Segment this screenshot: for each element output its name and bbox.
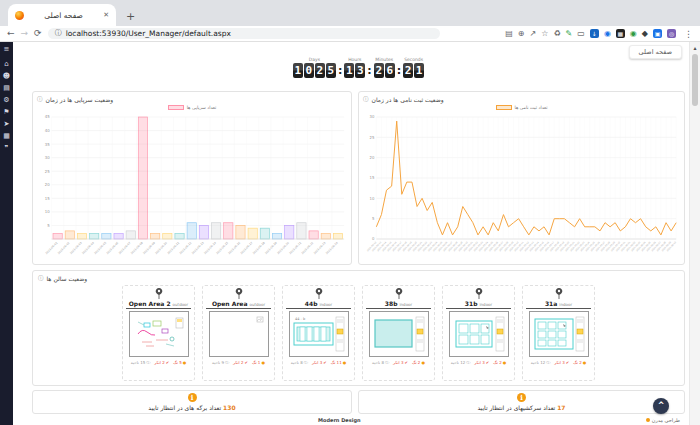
address-bar[interactable]: ⓘ localhost:53930/User_Manager/default.a… — [48, 28, 440, 39]
download-manager-icon[interactable]: ↓ — [590, 29, 599, 38]
halls-title: وضعیت سالن ها — [47, 275, 88, 282]
webcam-extension-icon[interactable]: ◎ — [667, 29, 676, 38]
page: ≡⌂☻▤⚙⚑➤▦❞ صفحه اصلی Days1025:Hours13:Min… — [0, 42, 700, 425]
new-tab-button[interactable]: + — [126, 11, 135, 22]
scroll-to-top-button[interactable]: ^ — [653, 398, 669, 414]
translate-icon[interactable]: ▤ — [505, 29, 513, 38]
share-icon[interactable]: ↗ — [530, 29, 537, 38]
bar-chart: 510152025303540452021-06-012021-06-02202… — [37, 111, 347, 261]
browser-menu-button[interactable]: ⋮ — [684, 29, 693, 39]
clock-digit: 2 — [374, 63, 384, 78]
hall-card-title: 38b indoor — [385, 300, 412, 307]
puzzle-extension-icon[interactable]: ◆ — [642, 29, 648, 38]
clock-digits: 13 — [344, 63, 365, 78]
back-button[interactable]: ← — [7, 29, 15, 38]
hall-stat-text: 12 ناحیه — [531, 360, 546, 365]
scrollbar-thumb[interactable] — [692, 54, 698, 106]
hall-stat-icon: ✔ — [166, 360, 169, 365]
sidebar-item-announcements-icon[interactable]: ➤ — [4, 121, 10, 128]
bookmark-star-icon[interactable]: ☆ — [541, 29, 548, 38]
hall-card-31a[interactable]: 31a indoor ● 2 تگ ✔ 3 انکر ⓘ 12 ناحیه — [522, 285, 595, 381]
hall-stat-icon: ⓘ — [146, 360, 150, 365]
line-chart-panel: وضعیت ثبت نامی ها در زمان ⓘ تعداد ثبت نا… — [358, 91, 685, 265]
hall-stats-row: ● 5 تگ ✔ 2 انکر ⓘ 15 ناحیه — [131, 360, 186, 365]
info-icon[interactable]: ⓘ — [38, 275, 44, 282]
pending-row: i 130 تعداد برگه های در انتظار تایید i 1… — [32, 390, 685, 414]
clock-digit: 1 — [414, 63, 424, 78]
svg-text:44 - b: 44 - b — [295, 317, 306, 321]
sidebar-item-home-icon[interactable]: ⌂ — [4, 61, 8, 68]
hall-name: Open Area — [212, 300, 248, 307]
hall-stat-icon: ⓘ — [225, 360, 229, 365]
hall-floorplan-thumbnail[interactable]: 44 - b — [289, 311, 349, 357]
scrollbar-up-arrow-icon[interactable]: ▴ — [690, 44, 700, 51]
zoom-icon[interactable]: ⊕ — [518, 29, 525, 38]
hall-floorplan-thumbnail[interactable] — [129, 311, 189, 357]
hall-floorplan-thumbnail[interactable] — [369, 311, 429, 357]
hall-card-title: 44b indoor — [305, 300, 332, 307]
hall-stat: ● 2 تگ — [573, 360, 586, 365]
hall-stat-icon: ⓘ — [304, 360, 308, 365]
sidebar-item-documents-icon[interactable]: ▤ — [3, 85, 10, 92]
recycle-extension-icon[interactable]: ♻ — [553, 29, 560, 38]
hall-card-divider — [526, 308, 591, 309]
hall-stat-text: 9 ناحیه — [212, 360, 224, 365]
info-icon[interactable]: ⓘ — [363, 96, 369, 103]
hall-card-31b[interactable]: 31b indoor ● 2 تگ ✔ 3 انکر ⓘ 12 ناحیه — [442, 285, 515, 381]
globe-extension-icon[interactable]: ◉ — [630, 29, 637, 38]
site-favicon-icon — [15, 11, 24, 20]
keyboard-extension-icon[interactable]: ▦ — [616, 29, 625, 38]
bar-chart-title: وضعیت سرپایی ها در زمان — [46, 96, 114, 103]
pending-sheets-label: تعداد برگه های در انتظار تایید — [148, 404, 221, 411]
bar-chart-legend: تعداد سرپایی ها — [37, 104, 347, 111]
pending-sheets-text: 130 تعداد برگه های در انتظار تایید — [148, 404, 235, 411]
pending-visits-value: 17 — [557, 404, 565, 411]
clock-colon: : — [338, 64, 342, 78]
person-pin-extension-icon[interactable]: ◉ — [604, 29, 611, 38]
hall-stat: ✔ 3 انکر — [474, 360, 489, 365]
page-info-icon[interactable]: ⓘ — [55, 30, 62, 37]
browser-toolbar: ← → ⟳ ⓘ localhost:53930/User_Manager/def… — [0, 26, 700, 42]
hall-location-tag: outdoor — [249, 302, 265, 307]
hall-card-divider — [126, 308, 191, 309]
hall-card-open-area-2[interactable]: Open Area 2 outdoor ● 5 تگ ✔ 2 انکر ⓘ 15… — [122, 285, 195, 381]
hall-stat-icon: ● — [261, 360, 265, 365]
hall-stat-icon: ⓘ — [385, 360, 389, 365]
hall-card-44b[interactable]: 44b indoor 44 - b ● 11 تگ ✔ 3 انکر ⓘ 8 ن… — [282, 285, 355, 381]
sidebar-item-reports-icon[interactable]: ⚑ — [3, 109, 9, 116]
laptop-extension-icon[interactable]: ▭ — [577, 29, 585, 38]
hall-card-open-area[interactable]: Open Area outdoor ● 1 تگ ✔ 2 انکر ⓘ 9 نا… — [202, 285, 275, 381]
forward-button[interactable]: → — [21, 29, 29, 38]
pending-visits-text: 17 تعداد سرکشیهای در انتظار تایید — [477, 404, 565, 411]
page-scrollbar[interactable]: ▴ — [689, 42, 700, 425]
map-pin-icon — [395, 288, 403, 300]
home-page-chip[interactable]: صفحه اصلی — [629, 45, 682, 59]
hall-stat: ● 2 تگ — [493, 360, 506, 365]
hall-floorplan-thumbnail[interactable] — [449, 311, 509, 357]
hall-floorplan-thumbnail[interactable] — [529, 311, 589, 357]
tab-close-icon[interactable]: ✕ — [103, 11, 109, 19]
sidebar-item-menu-icon[interactable]: ≡ — [4, 46, 10, 53]
info-icon[interactable]: ⓘ — [37, 96, 43, 103]
svg-text:30: 30 — [370, 114, 375, 119]
hall-floorplan-thumbnail[interactable] — [209, 311, 269, 357]
sidebar-item-messages-icon[interactable]: ❞ — [5, 145, 9, 152]
clock-digit: 6 — [385, 63, 395, 78]
line-chart-header: وضعیت ثبت نامی ها در زمان ⓘ — [363, 95, 680, 104]
sidebar-item-apps-icon[interactable]: ▦ — [3, 133, 10, 140]
browser-tab[interactable]: صفحه اصلی ✕ — [8, 4, 116, 26]
reload-button[interactable]: ⟳ — [34, 29, 42, 38]
hall-stats-row: ● 2 تگ ✔ 3 انکر ⓘ 12 ناحیه — [531, 360, 586, 365]
clock-colon: : — [367, 64, 371, 78]
hall-stat: ✔ 3 انکر — [554, 360, 569, 365]
hall-stat-text: 1 تگ — [252, 360, 261, 365]
hall-stat-text: 8 ناحیه — [372, 360, 384, 365]
sidebar-item-users-icon[interactable]: ☻ — [3, 73, 10, 80]
hall-card-38b[interactable]: 38b indoor ● 2 تگ ✔ 3 انکر ⓘ 8 ناحیه — [362, 285, 435, 381]
hall-stat-text: 2 انکر — [154, 360, 164, 365]
green-pen-extension-icon[interactable]: ✎ — [566, 29, 573, 38]
app-extension-icon[interactable]: ▣ — [653, 29, 662, 38]
hall-stat-text: 3 انکر — [312, 360, 322, 365]
sidebar-item-settings-icon[interactable]: ⚙ — [3, 97, 9, 104]
clock-digit: 1 — [293, 63, 303, 78]
